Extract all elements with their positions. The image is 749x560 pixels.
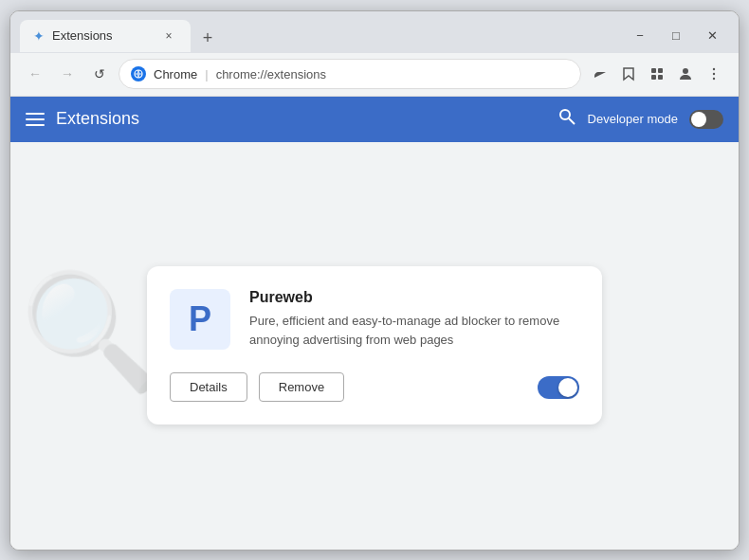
- extension-description: Pure, efficient and easy-to-manage ad bl…: [249, 312, 579, 349]
- svg-point-14: [560, 110, 570, 119]
- profile-button[interactable]: [672, 61, 699, 87]
- extension-logo-letter: P: [189, 299, 211, 339]
- developer-mode-label: Developer mode: [588, 112, 678, 126]
- watermark-magnify-icon: 🔍: [20, 265, 162, 399]
- card-bottom: Details Remove: [170, 372, 579, 402]
- browser-window: ✦ Extensions × + − □ ✕ ← → ↺: [9, 10, 740, 551]
- svg-marker-2: [624, 68, 633, 80]
- toggle-knob: [691, 112, 706, 127]
- refresh-button[interactable]: ↺: [86, 61, 113, 87]
- site-icon: [131, 66, 146, 81]
- toggle-on-knob: [558, 378, 577, 397]
- new-tab-button[interactable]: +: [194, 26, 221, 52]
- tab-close-button[interactable]: ×: [160, 27, 177, 45]
- minimize-button[interactable]: −: [623, 22, 657, 50]
- extensions-header: Extensions Developer mode: [10, 97, 739, 142]
- extension-name: Pureweb: [249, 289, 579, 306]
- address-url: chrome://extensions: [216, 67, 326, 81]
- extensions-page-title: Extensions: [56, 109, 546, 129]
- extensions-button[interactable]: [644, 61, 670, 87]
- tabs-area: ✦ Extensions × +: [20, 20, 623, 52]
- details-button[interactable]: Details: [170, 372, 247, 402]
- svg-rect-11: [26, 113, 45, 115]
- share-button[interactable]: [587, 61, 613, 87]
- close-button[interactable]: ✕: [695, 22, 729, 50]
- svg-line-15: [569, 118, 575, 124]
- svg-rect-5: [651, 75, 656, 80]
- maximize-button[interactable]: □: [659, 22, 693, 50]
- card-top: P Pureweb Pure, efficient and easy-to-ma…: [170, 289, 579, 350]
- svg-rect-13: [26, 124, 45, 126]
- forward-button[interactable]: →: [54, 61, 81, 87]
- main-content: 🔍 RISK.COM P Pureweb Pure, efficient and…: [10, 142, 739, 550]
- title-bar: ✦ Extensions × + − □ ✕: [10, 11, 739, 53]
- window-buttons: − □ ✕: [623, 22, 729, 50]
- back-button[interactable]: ←: [22, 61, 48, 87]
- hamburger-menu-icon[interactable]: [26, 110, 45, 129]
- toolbar-icons: [587, 61, 727, 87]
- svg-rect-12: [26, 118, 45, 120]
- address-bar-row: ← → ↺ Chrome | chrome://extensions: [10, 53, 739, 97]
- svg-point-10: [713, 78, 715, 80]
- extension-info: Pureweb Pure, efficient and easy-to-mana…: [249, 289, 579, 349]
- extension-enable-toggle[interactable]: [538, 376, 579, 399]
- remove-button[interactable]: Remove: [259, 372, 344, 402]
- svg-point-8: [713, 68, 715, 70]
- tab-puzzle-icon: ✦: [33, 28, 45, 44]
- svg-point-7: [683, 68, 688, 74]
- svg-rect-4: [658, 68, 663, 73]
- menu-button[interactable]: [701, 61, 727, 87]
- header-right: Developer mode: [557, 107, 723, 131]
- svg-point-9: [713, 73, 715, 75]
- extension-logo: P: [170, 289, 230, 350]
- svg-rect-3: [651, 68, 656, 73]
- address-site-name: Chrome: [154, 67, 197, 81]
- header-search-icon[interactable]: [557, 107, 576, 131]
- bookmark-button[interactable]: [615, 61, 642, 87]
- address-bar[interactable]: Chrome | chrome://extensions: [119, 59, 581, 89]
- active-tab[interactable]: ✦ Extensions ×: [20, 20, 191, 52]
- developer-mode-toggle[interactable]: [689, 110, 723, 129]
- extension-card: P Pureweb Pure, efficient and easy-to-ma…: [147, 266, 602, 425]
- svg-rect-6: [658, 75, 663, 80]
- tab-title: Extensions: [52, 28, 153, 43]
- address-divider: |: [205, 67, 208, 81]
